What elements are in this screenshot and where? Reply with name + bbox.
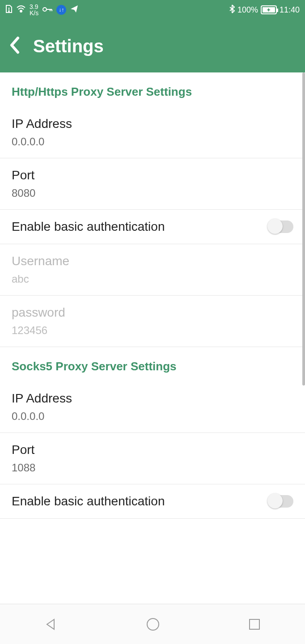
status-bar: 3.9 K/s ↓↑ 100% ✦ 11:40 [0,0,305,20]
http-port-row[interactable]: Port 8080 [0,158,305,210]
socks-auth-row[interactable]: Enable basic authentication [0,484,305,519]
nav-recent-icon[interactable] [248,618,261,631]
app-header: Settings [0,20,305,72]
http-port-label: Port [12,168,35,182]
http-ip-label: IP Address [12,117,72,131]
send-icon [70,4,79,16]
sim-alert-icon [5,4,13,16]
network-speed: 3.9 K/s [30,4,38,16]
settings-content[interactable]: Http/Https Proxy Server Settings IP Addr… [0,72,305,604]
http-auth-toggle[interactable] [268,220,293,233]
scroll-indicator [302,72,305,386]
socks-ip-value: 0.0.0.0 [12,410,72,423]
http-username-label: Username [12,254,69,268]
battery-percent: 100% [237,5,258,15]
http-password-row: password 123456 [0,296,305,347]
http-ip-value: 0.0.0.0 [12,136,72,148]
socks-port-value: 1088 [12,462,35,474]
http-password-value: 123456 [12,324,65,337]
http-port-value: 8080 [12,187,35,199]
http-username-value: abc [12,273,69,285]
nav-home-icon[interactable] [146,617,160,631]
page-title: Settings [33,36,104,56]
socks-port-row[interactable]: Port 1088 [0,433,305,484]
socks-auth-label: Enable basic authentication [12,494,165,508]
socks-auth-toggle[interactable] [268,495,293,508]
battery-icon: ✦ [261,5,277,14]
svg-point-7 [147,619,159,630]
http-password-label: password [12,305,65,320]
http-ip-row[interactable]: IP Address 0.0.0.0 [0,107,305,158]
socks-port-label: Port [12,443,35,457]
clock: 11:40 [280,5,300,15]
bluetooth-icon [229,4,235,16]
http-section-header: Http/Https Proxy Server Settings [0,72,305,107]
socks-ip-row[interactable]: IP Address 0.0.0.0 [0,381,305,433]
socks-ip-label: IP Address [12,391,72,406]
back-button[interactable] [9,36,21,56]
svg-rect-8 [250,619,259,629]
http-username-row: Username abc [0,244,305,296]
svg-point-1 [8,11,9,12]
nav-back-icon[interactable] [44,618,58,631]
key-icon [42,5,53,15]
wifi-icon [16,5,26,15]
svg-point-3 [43,8,47,11]
socks-section-header: Socks5 Proxy Server Settings [0,347,305,381]
svg-point-2 [20,10,22,12]
http-auth-row[interactable]: Enable basic authentication [0,210,305,244]
sync-icon: ↓↑ [56,5,66,15]
navigation-bar [0,604,305,644]
http-auth-label: Enable basic authentication [12,220,165,234]
